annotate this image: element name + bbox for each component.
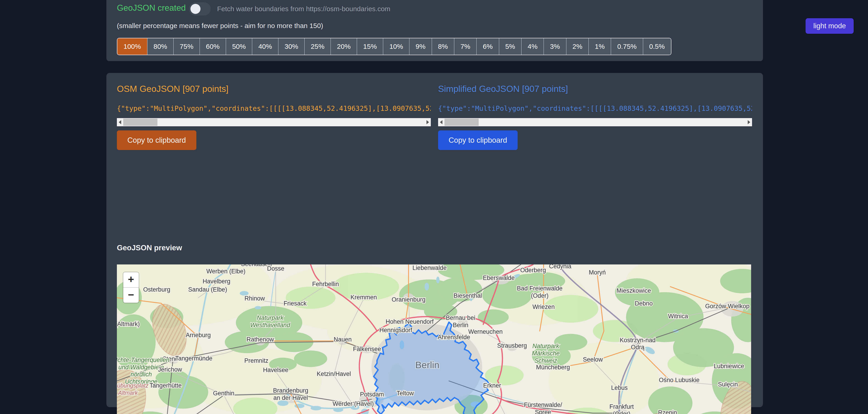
map-canvas: SeehausenWerben (Elbe)DosseLiebenwaldeOd…: [117, 264, 751, 414]
percent-button-5pct[interactable]: 5%: [499, 38, 521, 55]
map-label: NaturparkMärkischeSchweiz: [532, 343, 560, 364]
percent-button-60pct[interactable]: 60%: [199, 38, 226, 55]
map-label: Debno: [635, 300, 653, 307]
map-label: Potsdam: [360, 391, 384, 398]
map-label: Jerichow: [158, 366, 182, 373]
map-label: Gorzów Wielkop: [705, 303, 749, 309]
map-label: Genthin: [213, 390, 235, 397]
map-label: Kremmen: [351, 294, 377, 301]
zoom-out-button[interactable]: −: [123, 287, 139, 303]
map-label: Nauen: [334, 336, 352, 343]
map-label: Seelow: [583, 356, 603, 363]
map-label: Müncheberg: [536, 364, 570, 371]
map-label: ark (Altmark): [117, 321, 140, 327]
percent-button-25pct[interactable]: 25%: [304, 38, 331, 55]
percent-button-30pct[interactable]: 30%: [278, 38, 304, 55]
map-label: Friesack: [284, 300, 307, 307]
percentage-hint: (smaller percentage means fewer points -…: [117, 22, 323, 30]
map-label: Frankfurt(Oder): [610, 403, 634, 414]
percent-button-100pct[interactable]: 100%: [117, 38, 147, 55]
percent-button-50pct[interactable]: 50%: [226, 38, 252, 55]
map-label: Mieszkowice: [617, 287, 651, 294]
map-label: Werder (Havel): [333, 400, 374, 407]
toggle-knob-icon: [190, 4, 200, 14]
percent-button-75pct[interactable]: 75%: [174, 38, 199, 55]
page: GeoJSON created Fetch water boundaries f…: [0, 0, 868, 414]
water-boundaries-toggle[interactable]: [189, 2, 211, 16]
map-label: Lubniewice: [714, 363, 744, 369]
map-label: Dosse: [267, 265, 284, 272]
map-label: Rhinow: [244, 295, 265, 302]
map-label: Eberswalde: [483, 274, 515, 281]
map-label: Witnica: [668, 313, 688, 320]
preview-title: GeoJSON preview: [117, 243, 182, 252]
map-label: Lebus: [611, 384, 628, 391]
map-label: Premnitz: [244, 357, 268, 364]
copy-simplified-button[interactable]: Copy to clipboard: [438, 130, 518, 150]
map-label: Rzepin: [658, 409, 677, 414]
geojson-preview-map[interactable]: SeehausenWerben (Elbe)DosseLiebenwaldeOd…: [117, 264, 751, 414]
map-label: Werneuchen: [468, 328, 503, 335]
percent-button-40pct[interactable]: 40%: [252, 38, 278, 55]
scroll-right-icon[interactable]: [748, 120, 750, 124]
light-mode-button[interactable]: light mode: [806, 18, 854, 34]
percent-button-15pct[interactable]: 15%: [357, 38, 383, 55]
osm-geojson-title: OSM GeoJSON [907 points]: [117, 84, 228, 94]
map-label: Osterburg: [143, 286, 170, 293]
map-label: Hohen Neuendorf: [386, 318, 434, 325]
percent-button-20pct[interactable]: 20%: [331, 38, 357, 55]
controls-section: GeoJSON created Fetch water boundaries f…: [106, 0, 763, 61]
map-label: Ketzin/Havel: [317, 371, 351, 377]
simplified-json-scrollbar[interactable]: [438, 118, 752, 126]
percent-button-2pct[interactable]: 2%: [566, 38, 588, 55]
map-label: Oranienburg: [392, 296, 426, 303]
map-label: Wriezen: [532, 303, 555, 310]
map-label: Tangermünde: [175, 355, 212, 362]
simplified-geojson-title: Simplified GeoJSON [907 points]: [438, 84, 568, 94]
map-label: Ośno Lubuskie: [659, 377, 700, 383]
zoom-control: + −: [123, 272, 139, 303]
map-label: Fehrbellin: [312, 280, 339, 288]
simplified-geojson-text: {"type":"MultiPolygon","coordinates":[[[…: [438, 105, 752, 114]
percentage-button-group: 100%80%75%60%50%40%30%25%20%15%10%9%8%7%…: [117, 38, 672, 55]
map-label: Teltow: [397, 390, 414, 397]
map-label: Rathenow: [247, 336, 274, 343]
map-label: Biesenthal: [454, 292, 482, 299]
percent-button-7pct[interactable]: 7%: [454, 38, 476, 55]
percent-button-0_75pct[interactable]: 0.75%: [611, 38, 643, 55]
map-label: Cedynia: [549, 264, 571, 270]
map-label: Ahrensfelde: [438, 334, 470, 341]
percent-button-6pct[interactable]: 6%: [476, 38, 499, 55]
result-panel: OSM GeoJSON [907 points] {"type":"MultiP…: [106, 73, 763, 407]
scroll-right-icon[interactable]: [427, 120, 429, 124]
scrollbar-thumb[interactable]: [444, 119, 479, 126]
map-label: Arneburg: [186, 332, 211, 338]
percent-button-3pct[interactable]: 3%: [544, 38, 566, 55]
osm-json-scrollbar[interactable]: [117, 118, 431, 126]
zoom-in-button[interactable]: +: [123, 272, 139, 287]
simplified-geojson-column: Simplified GeoJSON [907 points] {"type":…: [438, 73, 752, 233]
percent-button-9pct[interactable]: 9%: [409, 38, 432, 55]
map-label: Oderberg: [520, 267, 546, 273]
map-label: Sulęcin: [718, 381, 738, 388]
map-label: Moryń: [589, 269, 606, 276]
copy-osm-button[interactable]: Copy to clipboard: [117, 130, 196, 150]
water-toggle-label: Fetch water boundaries from https://osm-…: [217, 5, 390, 13]
map-label: Brandenburgan der Havel: [273, 387, 308, 401]
scrollbar-thumb[interactable]: [123, 119, 157, 126]
map-label: Werben (Elbe): [207, 268, 246, 275]
scroll-left-icon[interactable]: [119, 120, 121, 124]
percent-button-0_5pct[interactable]: 0.5%: [643, 38, 671, 55]
percent-button-1pct[interactable]: 1%: [588, 38, 611, 55]
map-label: Hennigsdorf: [379, 327, 412, 333]
percent-button-10pct[interactable]: 10%: [383, 38, 409, 55]
map-label: Berlin: [415, 360, 439, 370]
status-text: GeoJSON created: [117, 3, 186, 13]
percent-button-80pct[interactable]: 80%: [147, 38, 174, 55]
map-label: Havelsee: [263, 366, 288, 374]
percent-button-8pct[interactable]: 8%: [432, 38, 454, 55]
scroll-left-icon[interactable]: [440, 120, 442, 124]
map-label: Liebenwalde: [412, 264, 447, 271]
map-label: Sandau (Elbe): [188, 286, 227, 293]
percent-button-4pct[interactable]: 4%: [521, 38, 544, 55]
